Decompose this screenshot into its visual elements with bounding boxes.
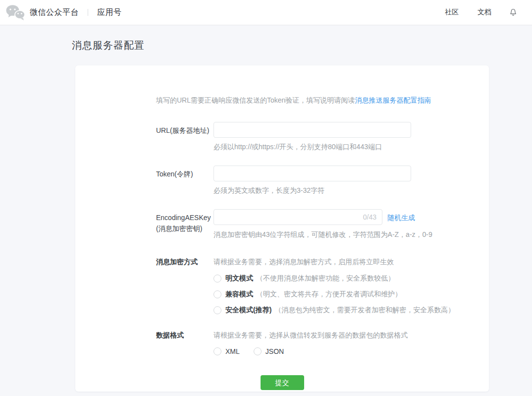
header-left: 微信公众平台 应用号 bbox=[5, 4, 122, 21]
brand-title: 微信公众平台 bbox=[30, 7, 79, 18]
radio-icon[interactable] bbox=[254, 347, 262, 355]
header-right: 社区 文档 bbox=[426, 7, 518, 17]
radio-option-compatible-mode[interactable]: 兼容模式 （明文、密文将共存，方便开发者调试和维护） bbox=[213, 290, 489, 299]
intro-text: 填写的URL需要正确响应微信发送的Token验证，填写说明请阅读消息推送服务器配… bbox=[156, 95, 489, 105]
encrypt-mode-label: 消息加密方式 bbox=[156, 253, 213, 315]
data-format-description: 请根据业务需要，选择从微信转发到服务器的数据包的数据格式 bbox=[213, 327, 489, 340]
page-title: 消息服务器配置 bbox=[72, 39, 532, 52]
token-hint: 必须为英文或数字，长度为3-32字符 bbox=[213, 186, 489, 195]
radio-option-note: （明文、密文将共存，方便开发者调试和维护） bbox=[256, 290, 402, 299]
data-format-label: 数据格式 bbox=[156, 327, 213, 355]
radio-option-name: XML bbox=[225, 347, 240, 355]
data-format-control: 请根据业务需要，选择从微信转发到服务器的数据包的数据格式 XML JSON bbox=[213, 327, 489, 355]
brand-divider bbox=[88, 9, 88, 16]
token-row: Token(令牌) 必须为英文或数字，长度为3-32字符 bbox=[156, 166, 489, 195]
data-format-row: 数据格式 请根据业务需要，选择从微信转发到服务器的数据包的数据格式 XML JS… bbox=[156, 327, 489, 355]
intro-text-plain: 填写的URL需要正确响应微信发送的Token验证，填写说明请阅读 bbox=[156, 96, 355, 104]
top-header: 微信公众平台 应用号 社区 文档 bbox=[0, 0, 532, 25]
url-row: URL(服务器地址) 必须以http://或https://开头，分别支持80端… bbox=[156, 122, 489, 151]
radio-option-name: 兼容模式 bbox=[225, 290, 253, 299]
aeskey-control: 0/43 随机生成 消息加密密钥由43位字符组成，可随机修改，字符范围为A-Z，… bbox=[213, 209, 489, 239]
radio-icon[interactable] bbox=[213, 306, 221, 314]
radio-option-name: JSON bbox=[266, 347, 284, 355]
radio-icon[interactable] bbox=[213, 275, 221, 283]
encrypt-mode-row: 消息加密方式 请根据业务需要，选择消息加解密方式，启用后将立即生效 明文模式 （… bbox=[156, 253, 489, 315]
notification-bell-icon[interactable] bbox=[508, 7, 518, 17]
url-label: URL(服务器地址) bbox=[156, 122, 213, 151]
random-generate-link[interactable]: 随机生成 bbox=[387, 214, 415, 222]
nav-docs-link[interactable]: 文档 bbox=[478, 8, 491, 17]
encrypt-mode-control: 请根据业务需要，选择消息加解密方式，启用后将立即生效 明文模式 （不使用消息体加… bbox=[213, 253, 489, 315]
token-control: 必须为英文或数字，长度为3-32字符 bbox=[213, 166, 489, 195]
url-control: 必须以http://或https://开头，分别支持80端口和443端口 bbox=[213, 122, 489, 151]
radio-icon[interactable] bbox=[213, 290, 221, 298]
token-input[interactable] bbox=[213, 166, 411, 181]
aeskey-input[interactable] bbox=[213, 209, 382, 225]
radio-option-plaintext-mode[interactable]: 明文模式 （不使用消息体加解密功能，安全系数较低） bbox=[213, 274, 489, 283]
aeskey-label: EncodingAESKey (消息加密密钥) bbox=[156, 209, 213, 239]
nav-community-link[interactable]: 社区 bbox=[445, 8, 459, 17]
radio-option-json[interactable]: JSON bbox=[254, 347, 284, 355]
config-card: 填写的URL需要正确响应微信发送的Token验证，填写说明请阅读消息推送服务器配… bbox=[75, 65, 489, 392]
url-hint: 必须以http://或https://开头，分别支持80端口和443端口 bbox=[213, 142, 489, 151]
radio-option-name: 安全模式(推荐) bbox=[225, 306, 271, 315]
config-guide-link[interactable]: 消息推送服务器配置指南 bbox=[355, 96, 431, 104]
radio-option-note: （消息包为纯密文，需要开发者加密和解密，安全系数高） bbox=[274, 306, 455, 315]
radio-option-secure-mode[interactable]: 安全模式(推荐) （消息包为纯密文，需要开发者加密和解密，安全系数高） bbox=[213, 306, 489, 315]
submit-button[interactable]: 提交 bbox=[261, 375, 304, 390]
aeskey-hint: 消息加密密钥由43位字符组成，可随机修改，字符范围为A-Z，a-z，0-9 bbox=[213, 230, 489, 239]
radio-option-xml[interactable]: XML bbox=[213, 347, 240, 355]
encrypt-mode-description: 请根据业务需要，选择消息加解密方式，启用后将立即生效 bbox=[213, 253, 489, 267]
token-label: Token(令牌) bbox=[156, 166, 213, 195]
aeskey-label-line2: (消息加密密钥) bbox=[156, 223, 213, 234]
radio-option-name: 明文模式 bbox=[225, 274, 253, 283]
radio-icon[interactable] bbox=[213, 347, 221, 355]
url-input[interactable] bbox=[213, 122, 411, 138]
radio-option-note: （不使用消息体加解密功能，安全系数较低） bbox=[256, 274, 395, 283]
submit-area: 提交 bbox=[75, 375, 489, 390]
data-format-options: XML JSON bbox=[213, 347, 489, 355]
aeskey-label-line1: EncodingAESKey bbox=[156, 212, 213, 223]
app-name: 应用号 bbox=[97, 7, 122, 18]
aeskey-input-wrap: 0/43 bbox=[213, 209, 382, 225]
aeskey-row: EncodingAESKey (消息加密密钥) 0/43 随机生成 消息加密密钥… bbox=[156, 209, 489, 239]
wechat-logo-icon bbox=[5, 4, 26, 21]
